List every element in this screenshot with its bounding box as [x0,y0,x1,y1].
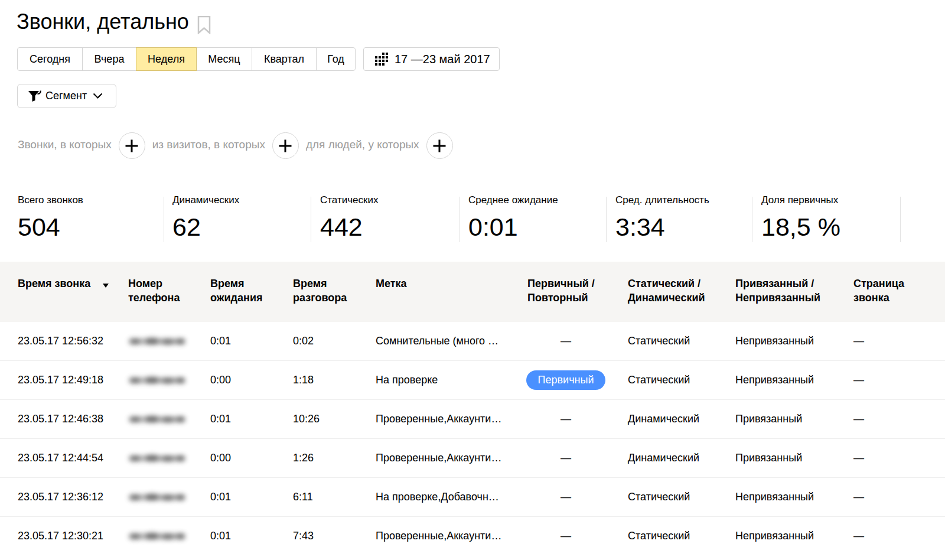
stat-label: Статических [320,194,378,206]
stat-divider [311,197,311,242]
table-row[interactable]: 23.05.17 12:46:38 0:01 10:26 Проверенные… [0,399,945,438]
tab-yesterday[interactable]: Вчера [82,47,136,71]
col-wait-time[interactable]: Время ожидания [210,262,293,322]
cell-call-time: 23.05.17 12:46:38 [0,399,128,438]
cell-primary: — [527,477,628,516]
cell-talk-time: 0:02 [293,322,376,360]
phone-redacted [128,530,185,543]
stat-value: 442 [320,214,378,240]
filter-builder-row: Звонки, в которых из визитов, в которых … [18,132,460,159]
cell-primary: — [527,438,628,477]
cell-phone [128,516,210,555]
cell-wait-time: 0:01 [210,516,293,555]
cell-tag: На проверке [376,360,527,399]
chevron-down-icon [93,93,103,99]
phone-redacted [128,374,185,387]
col-page[interactable]: Страница звонка [853,262,945,322]
segment-button[interactable]: Сегмент [17,84,116,108]
calendar-icon [375,53,388,66]
table-row[interactable]: 23.05.17 12:36:12 0:01 6:11 На проверке,… [0,477,945,516]
stat-block: Сред. длительность3:34 [615,194,709,240]
col-primary[interactable]: Первичный / Повторный [527,262,628,322]
stat-block: Статических442 [320,194,378,240]
cell-primary: — [527,322,628,360]
sort-desc-icon [103,284,109,288]
primary-value: — [561,491,571,503]
cell-binding: Непривязанный [735,477,853,516]
col-static[interactable]: Статический / Динамический [628,262,735,322]
col-talk-time[interactable]: Время разговора [293,262,376,322]
stat-block: Среднее ожидание0:01 [468,194,558,240]
cell-phone [128,322,210,360]
primary-value: — [561,413,571,425]
add-call-filter-button[interactable] [119,132,145,159]
table-row[interactable]: 23.05.17 12:49:18 0:00 1:18 На проверке … [0,360,945,399]
filter-visits-label: из визитов, в которых [152,138,265,151]
col-binding[interactable]: Привязанный / Непривязанный [735,262,853,322]
stat-divider [459,197,460,242]
calls-table: Время звонка Номер телефона Время ожидан… [0,262,945,555]
stat-label: Сред. длительность [615,194,709,206]
filter-calls-label: Звонки, в которых [18,138,112,151]
cell-phone [128,360,210,399]
table-row[interactable]: 23.05.17 12:44:54 0:00 1:26 Проверенные,… [0,438,945,477]
table-row[interactable]: 23.05.17 12:56:32 0:01 0:02 Сомнительные… [0,322,945,360]
stat-divider [164,197,164,242]
cell-binding: Привязанный [735,399,853,438]
cell-talk-time: 7:43 [293,516,376,555]
stat-block: Динамических62 [172,194,239,240]
cell-primary: Первичный [527,360,628,399]
cell-talk-time: 6:11 [293,477,376,516]
cell-talk-time: 10:26 [293,399,376,438]
stat-block: Доля первичных18,5 % [761,194,840,240]
cell-tag: На проверке,Добавочн… [376,477,527,516]
table-row[interactable]: 23.05.17 12:30:21 0:01 7:43 Проверенные,… [0,516,945,555]
cell-page: — [853,516,945,555]
cell-wait-time: 0:01 [210,322,293,360]
tab-month[interactable]: Месяц [196,47,252,71]
stat-value: 18,5 % [761,214,840,240]
tab-today[interactable]: Сегодня [17,47,83,71]
phone-redacted [128,413,185,426]
cell-wait-time: 0:00 [210,360,293,399]
date-range-button[interactable]: 17 —23 май 2017 [363,47,500,71]
stat-label: Среднее ожидание [468,194,558,206]
cell-tag: Проверенные,Аккаунти… [376,438,527,477]
cell-page: — [853,477,945,516]
cell-static: Статический [628,322,735,360]
tab-quarter[interactable]: Квартал [252,47,317,71]
date-range-label: 17 —23 май 2017 [395,53,490,66]
period-tabs: Сегодня Вчера Неделя Месяц Квартал Год [17,47,356,71]
primary-value: Первичный [526,370,606,390]
stat-value: 3:34 [615,214,709,240]
segment-label: Сегмент [45,90,87,102]
filter-funnel-icon [28,90,42,103]
cell-static: Динамический [628,438,735,477]
col-tag[interactable]: Метка [376,262,527,322]
cell-tag: Сомнительные (много … [376,322,527,360]
tab-year[interactable]: Год [316,47,356,71]
cell-phone [128,438,210,477]
cell-static: Статический [628,477,735,516]
cell-tag: Проверенные,Аккаунти… [376,516,527,555]
cell-static: Статический [628,360,735,399]
cell-static: Статический [628,516,735,555]
filter-people-label: для людей, у которых [306,138,419,151]
col-phone[interactable]: Номер телефона [128,262,210,322]
primary-value: — [561,335,571,347]
phone-redacted [128,491,185,504]
add-people-filter-button[interactable] [426,132,453,159]
cell-page: — [853,438,945,477]
bookmark-icon[interactable] [197,16,211,34]
stat-divider [900,197,901,242]
table-header-row: Время звонка Номер телефона Время ожидан… [0,262,945,322]
col-call-time[interactable]: Время звонка [0,262,128,322]
cell-static: Динамический [628,399,735,438]
add-visit-filter-button[interactable] [272,132,299,159]
tab-week[interactable]: Неделя [136,47,197,71]
cell-call-time: 23.05.17 12:49:18 [0,360,128,399]
cell-wait-time: 0:00 [210,438,293,477]
cell-binding: Непривязанный [735,516,853,555]
cell-binding: Непривязанный [735,322,853,360]
stat-divider [606,197,607,242]
